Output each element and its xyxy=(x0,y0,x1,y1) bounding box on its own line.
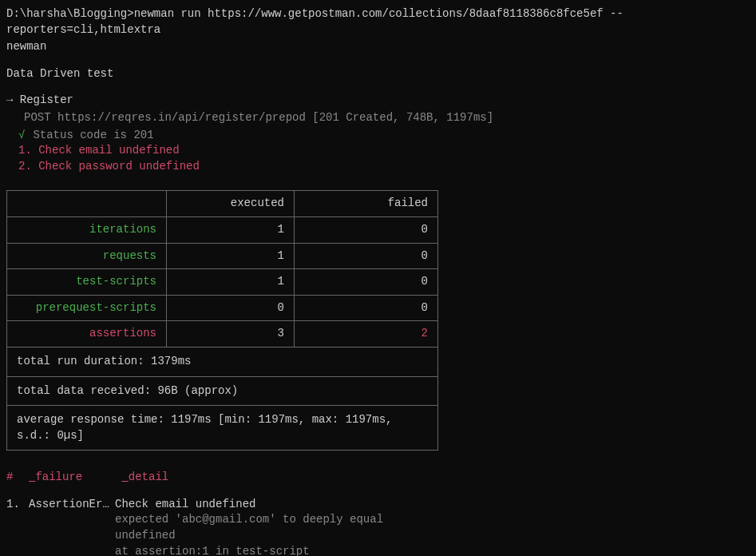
header-failed: failed xyxy=(295,191,438,217)
metric-executed: 1 xyxy=(167,269,295,296)
metric-failed: 0 xyxy=(295,295,438,321)
failure-col-hash: # xyxy=(6,470,29,486)
failure-detail: Check email undefinedexpected 'abc@gmail… xyxy=(115,497,383,556)
failure-detail-line: expected 'abc@gmail.com' to deeply equal xyxy=(115,512,383,528)
failure-row: 1.AssertionEr…Check email undefinedexpec… xyxy=(6,497,750,556)
command-prompt: D:\harsha\Blogging>newman run https://ww… xyxy=(6,6,750,38)
table-footer-row: total data received: 96B (approx) xyxy=(7,376,438,406)
failure-list: 1.AssertionEr…Check email undefinedexpec… xyxy=(6,497,750,556)
request-label: Register xyxy=(20,93,73,106)
metric-failed: 0 xyxy=(295,243,438,269)
assertion-pass: √Status code is 201 xyxy=(6,128,750,144)
header-executed: executed xyxy=(167,191,295,217)
failure-col-failure: failure xyxy=(35,470,121,486)
metric-executed: 0 xyxy=(167,295,295,321)
footer-text: total run duration: 1379ms xyxy=(7,347,438,376)
metric-name: prerequest-scripts xyxy=(7,295,167,321)
failure-detail-line: undefined xyxy=(115,528,383,544)
metric-executed: 1 xyxy=(167,243,295,269)
metric-failed: 0 xyxy=(295,269,438,296)
assertion-fail: 1. Check email undefined xyxy=(6,143,750,159)
header-blank xyxy=(7,191,167,217)
assertion-fail: 2. Check password undefined xyxy=(6,159,750,175)
table-footer-row: total run duration: 1379ms xyxy=(7,347,438,376)
table-row: assertions32 xyxy=(7,321,438,348)
table-footer-row: average response time: 1197ms [min: 1197… xyxy=(7,406,438,451)
collection-name: Data Driven test xyxy=(6,66,750,82)
failure-detail-line: at assertion:1 in test-script xyxy=(115,544,383,556)
table-row: test-scripts10 xyxy=(7,269,438,296)
assertion-text: Status code is 201 xyxy=(25,129,153,141)
failure-title: Check email undefined xyxy=(115,497,383,513)
summary-table: executed failed iterations10requests10te… xyxy=(6,190,438,451)
metric-failed: 2 xyxy=(295,321,438,348)
request-name: → Register xyxy=(6,93,750,109)
assertion-list: √Status code is 2011. Check email undefi… xyxy=(6,128,750,175)
metric-name: iterations xyxy=(7,216,167,243)
footer-text: average response time: 1197ms [min: 1197… xyxy=(7,406,438,451)
metric-executed: 3 xyxy=(167,321,295,348)
table-row: requests10 xyxy=(7,243,438,269)
failure-header: # failure detail xyxy=(6,470,750,486)
table-header-row: executed failed xyxy=(7,191,438,217)
metric-name: assertions xyxy=(7,321,167,348)
metric-name: test-scripts xyxy=(7,269,167,296)
table-row: prerequest-scripts00 xyxy=(7,295,438,321)
table-row: iterations10 xyxy=(7,216,438,243)
failure-col-detail: detail xyxy=(129,470,168,486)
failure-number: 1. xyxy=(6,497,29,513)
failure-error-type: AssertionEr… xyxy=(29,497,115,513)
metric-failed: 0 xyxy=(295,216,438,243)
footer-text: total data received: 96B (approx) xyxy=(7,376,438,406)
metric-name: requests xyxy=(7,243,167,269)
request-response-line: POST https://reqres.in/api/register/prep… xyxy=(6,110,750,126)
metric-executed: 1 xyxy=(167,216,295,243)
arrow-icon: → xyxy=(6,93,13,106)
tool-name: newman xyxy=(6,39,750,55)
